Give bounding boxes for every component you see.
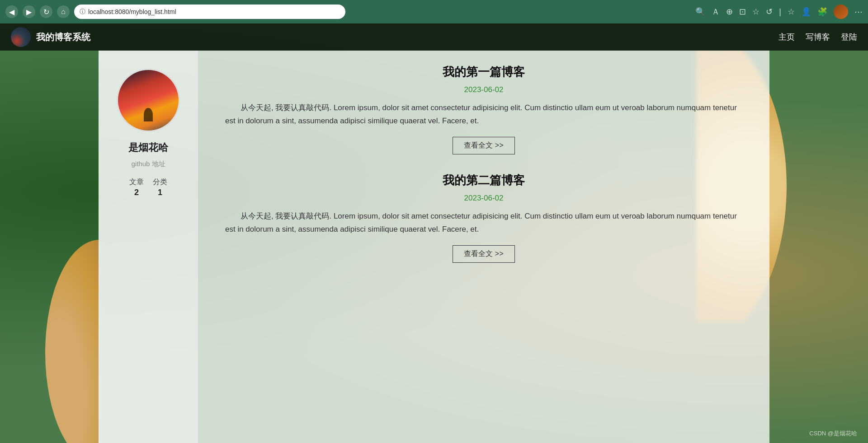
blog-date-2: 2023-06-02 — [225, 194, 742, 203]
forward-button[interactable]: ▶ — [23, 5, 35, 18]
article-stat: 文章 2 — [129, 177, 144, 197]
logo-image — [11, 27, 31, 47]
category-label: 分类 — [153, 177, 167, 187]
main-content: 是烟花哈 github 地址 文章 2 分类 1 我的第一篇博客 2023-06… — [99, 51, 769, 443]
top-navigation: 我的博客系统 主页 写博客 登陆 — [0, 23, 868, 51]
search-icon[interactable]: 🔍 — [695, 7, 705, 17]
browser-actions: 🔍 Ａ ⊕ ⊡ ☆ ↺ | ☆ 👤 🧩 ⋯ — [695, 5, 863, 19]
split-icon[interactable]: ⊡ — [739, 7, 746, 17]
zoom-icon[interactable]: ⊕ — [726, 7, 733, 17]
avatar-image — [118, 70, 179, 131]
article-label: 文章 — [129, 177, 144, 187]
nav-links: 主页 写博客 登陆 — [778, 32, 857, 42]
profile-avatar — [117, 69, 180, 132]
account-icon[interactable]: 👤 — [801, 7, 811, 17]
nav-home-link[interactable]: 主页 — [778, 32, 795, 42]
back-button[interactable]: ◀ — [5, 5, 18, 18]
profile-stats: 文章 2 分类 1 — [129, 177, 167, 197]
read-more-wrapper-2: 查看全文 >> — [225, 245, 742, 263]
watermark: CSDN @是烟花哈 — [809, 429, 857, 438]
separator: | — [779, 7, 781, 17]
category-count: 1 — [158, 188, 162, 197]
blog-title-1: 我的第一篇博客 — [225, 64, 742, 80]
blog-date-1: 2023-06-02 — [225, 85, 742, 94]
article-count: 2 — [134, 188, 139, 197]
profile-name: 是烟花哈 — [128, 141, 168, 154]
read-more-button-2[interactable]: 查看全文 >> — [453, 245, 514, 263]
sidebar-card: 是烟花哈 github 地址 文章 2 分类 1 — [99, 51, 198, 443]
more-button[interactable]: ⋯ — [854, 7, 863, 17]
bookmark-icon[interactable]: ☆ — [788, 7, 795, 17]
blog-item-2: 我的第二篇博客 2023-06-02 从今天起, 我要认真敲代码. Lorem … — [225, 173, 742, 263]
read-more-wrapper-1: 查看全文 >> — [225, 137, 742, 154]
blog-title-2: 我的第二篇博客 — [225, 173, 742, 188]
read-more-button-1[interactable]: 查看全文 >> — [453, 137, 514, 154]
refresh-button[interactable]: ↻ — [40, 5, 52, 18]
blog-excerpt-1: 从今天起, 我要认真敲代码. Lorem ipsum, dolor sit am… — [225, 102, 742, 128]
security-icon: ⓘ — [80, 8, 85, 16]
nav-brand: 我的博客系统 — [11, 27, 90, 47]
puppy-left-decor — [0, 217, 99, 443]
category-stat: 分类 1 — [153, 177, 167, 197]
browser-chrome: ◀ ▶ ↻ ⌂ ⓘ localhost:8080/myblog_list.htm… — [0, 0, 868, 23]
blog-list: 我的第一篇博客 2023-06-02 从今天起, 我要认真敲代码. Lorem … — [198, 51, 769, 443]
site-logo — [11, 27, 31, 47]
timer-icon[interactable]: ↺ — [766, 7, 773, 17]
url-text: localhost:8080/myblog_list.html — [88, 8, 176, 15]
address-bar[interactable]: ⓘ localhost:8080/myblog_list.html — [74, 5, 345, 19]
nav-write-link[interactable]: 写博客 — [806, 32, 830, 42]
nav-login-link[interactable]: 登陆 — [841, 32, 857, 42]
blog-excerpt-2: 从今天起, 我要认真敲代码. Lorem ipsum, dolor sit am… — [225, 210, 742, 236]
page-background: 我的博客系统 主页 写博客 登陆 是烟花哈 github 地址 文章 2 分类 — [0, 23, 868, 443]
site-title: 我的博客系统 — [36, 31, 90, 43]
font-icon[interactable]: Ａ — [712, 6, 720, 17]
user-avatar[interactable] — [834, 5, 848, 19]
blog-item-1: 我的第一篇博客 2023-06-02 从今天起, 我要认真敲代码. Lorem … — [225, 64, 742, 154]
star-icon[interactable]: ☆ — [752, 7, 760, 17]
github-link[interactable]: github 地址 — [131, 160, 165, 168]
home-button[interactable]: ⌂ — [57, 5, 70, 18]
extensions-icon[interactable]: 🧩 — [817, 7, 827, 17]
